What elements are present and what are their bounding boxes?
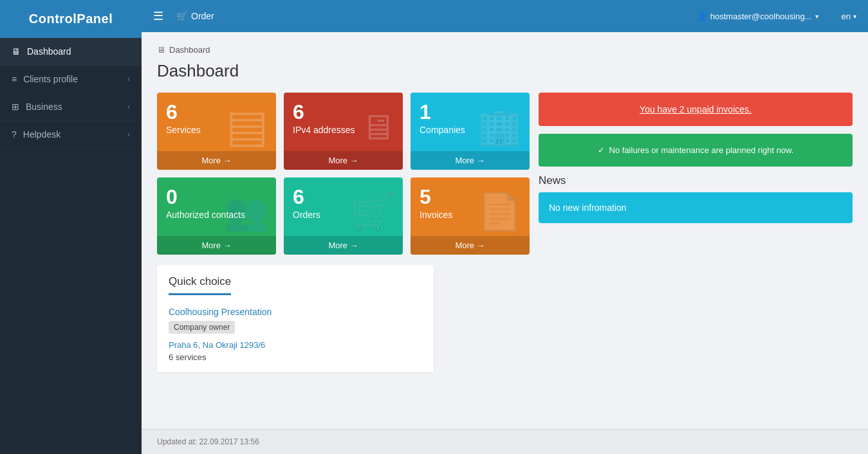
auth-contacts-card[interactable]: 0 Authorized contacts 👥 More → — [157, 177, 276, 255]
auth-contacts-count: 0 — [166, 186, 267, 207]
ipv4-more[interactable]: More → — [284, 151, 403, 170]
services-count: 6 — [166, 102, 267, 122]
helpdesk-icon: ? — [12, 129, 17, 140]
auth-contacts-label: Authorized contacts — [166, 210, 267, 220]
main-content: ☰ 🛒 Order 👤 hostmaster@coolhousing... ▾ … — [142, 0, 868, 454]
news-section: News No new infromation — [539, 174, 853, 223]
quick-choice-section: Quick choice Coolhousing Presentation Co… — [157, 265, 434, 372]
company-name[interactable]: Coolhousing Presentation — [169, 307, 422, 317]
services-label: Services — [166, 125, 267, 135]
language-selector[interactable]: en ▾ — [842, 12, 856, 21]
sidebar-item-helpdesk[interactable]: ? Helpdesk ‹ — [0, 121, 142, 149]
company-address: Praha 6, Na Okraji 1293/6 — [169, 340, 422, 350]
invoices-label: Invoices — [420, 210, 521, 220]
orders-label: Orders — [293, 210, 394, 220]
company-services: 6 services — [169, 352, 422, 362]
companies-card[interactable]: 1 Companies 🏢 More → — [411, 93, 530, 170]
unpaid-invoices-link[interactable]: You have 2 unpaid invoices. — [640, 104, 752, 114]
hamburger-icon[interactable]: ☰ — [153, 9, 163, 23]
page-title: Dashboard — [157, 61, 853, 81]
breadcrumb: 🖥 Dashboard — [157, 45, 853, 55]
updated-timestamp: Updated at: 22.09.2017 13:56 — [157, 437, 259, 446]
services-card[interactable]: 6 Services ▤ More → — [157, 93, 276, 170]
order-label: Order — [191, 11, 214, 21]
breadcrumb-icon: 🖥 — [157, 45, 165, 55]
quick-choice-card: Coolhousing Presentation Company owner P… — [169, 307, 422, 362]
quick-choice-title: Quick choice — [169, 275, 231, 295]
breadcrumb-label: Dashboard — [169, 45, 210, 55]
orders-more[interactable]: More → — [284, 236, 403, 255]
invoices-card[interactable]: 5 Invoices 📄 More → — [411, 177, 530, 255]
sidebar-item-dashboard[interactable]: 🖥 Dashboard — [0, 38, 142, 66]
companies-label: Companies — [420, 125, 521, 135]
companies-count: 1 — [420, 102, 521, 122]
unpaid-invoices-alert[interactable]: You have 2 unpaid invoices. — [539, 93, 853, 126]
chevron-icon: ‹ — [127, 130, 130, 139]
companies-more[interactable]: More → — [411, 151, 530, 170]
services-more[interactable]: More → — [157, 151, 276, 170]
invoices-more[interactable]: More → — [411, 236, 530, 255]
ipv4-card[interactable]: 6 IPv4 addresses 🖥 More → — [284, 93, 403, 170]
order-button[interactable]: 🛒 Order — [176, 11, 214, 21]
orders-card[interactable]: 6 Orders 🛒 More → — [284, 177, 403, 255]
clients-profile-icon: ≡ — [12, 74, 17, 84]
maintenance-text: No failures or maintenance are planned r… — [609, 145, 794, 155]
sidebar-item-label: Business — [26, 102, 62, 112]
sidebar-item-label: Helpdesk — [23, 129, 60, 140]
orders-count: 6 — [293, 186, 394, 207]
lang-caret-icon: ▾ — [853, 13, 856, 20]
sidebar: ControlPanel 🖥 Dashboard ≡ Clients profi… — [0, 0, 142, 454]
footer: Updated at: 22.09.2017 13:56 — [142, 429, 868, 454]
news-title: News — [539, 174, 853, 187]
business-icon: ⊞ — [12, 102, 19, 112]
user-caret-icon: ▾ — [815, 13, 818, 20]
ipv4-count: 6 — [293, 102, 394, 122]
company-owner-badge: Company owner — [169, 321, 235, 334]
news-content: No new infromation — [549, 203, 627, 213]
user-icon: 👤 — [697, 12, 707, 21]
news-box: No new infromation — [539, 192, 853, 223]
page-content: 🖥 Dashboard Dashboard 6 Services ▤ More … — [142, 32, 868, 429]
cart-icon: 🛒 — [176, 11, 187, 21]
check-icon: ✓ — [598, 145, 605, 155]
invoices-count: 5 — [420, 186, 521, 207]
chevron-icon: ‹ — [127, 75, 130, 84]
user-menu[interactable]: 👤 hostmaster@coolhousing... ▾ — [697, 12, 818, 21]
dashboard-icon: 🖥 — [12, 46, 21, 57]
topbar: ☰ 🛒 Order 👤 hostmaster@coolhousing... ▾ … — [142, 0, 868, 32]
ipv4-label: IPv4 addresses — [293, 125, 394, 135]
lang-label: en — [842, 12, 851, 21]
sidebar-item-clients-profile[interactable]: ≡ Clients profile ‹ — [0, 66, 142, 93]
sidebar-item-label: Clients profile — [23, 74, 78, 84]
chevron-icon: ‹ — [127, 102, 130, 111]
user-name: hostmaster@coolhousing... — [710, 12, 812, 21]
app-logo: ControlPanel — [0, 0, 142, 38]
sidebar-item-business[interactable]: ⊞ Business ‹ — [0, 93, 142, 121]
sidebar-item-label: Dashboard — [27, 46, 71, 57]
maintenance-alert: ✓ No failures or maintenance are planned… — [539, 134, 853, 167]
auth-contacts-more[interactable]: More → — [157, 236, 276, 255]
